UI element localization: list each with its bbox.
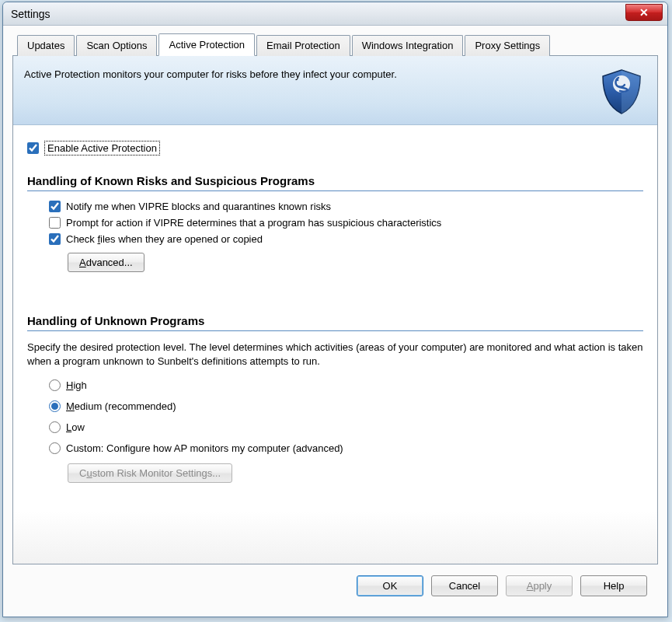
- radio-low[interactable]: [49, 421, 61, 433]
- prompt-row: Prompt for action if VIPRE determines th…: [49, 217, 643, 229]
- check-files-label: Check files when they are opened or copi…: [66, 233, 263, 245]
- radio-low-label: Low: [66, 421, 85, 433]
- cancel-button[interactable]: Cancel: [431, 575, 498, 596]
- notify-checkbox[interactable]: [49, 201, 61, 212]
- window-title: Settings: [11, 8, 625, 20]
- panel-body: Enable Active Protection Handling of Kno…: [13, 125, 657, 564]
- tab-scan-options[interactable]: Scan Options: [76, 35, 157, 56]
- tabstrip: Updates Scan Options Active Protection E…: [12, 35, 658, 56]
- shield-snake-icon: [597, 67, 646, 117]
- close-button[interactable]: ✕: [625, 4, 663, 21]
- close-icon: ✕: [639, 6, 649, 19]
- settings-window: Settings ✕ Updates Scan Options Active P…: [2, 2, 668, 617]
- tab-windows-integration[interactable]: Windows Integration: [352, 35, 464, 56]
- check-files-checkbox[interactable]: [49, 233, 61, 245]
- apply-button: Apply: [506, 575, 573, 596]
- help-button[interactable]: Help: [580, 575, 647, 596]
- section-divider-2: [27, 330, 643, 331]
- dialog-footer: OK Cancel Apply Help: [12, 564, 658, 607]
- tab-updates[interactable]: Updates: [17, 35, 75, 56]
- banner: Active Protection monitors your computer…: [13, 56, 657, 125]
- radio-high[interactable]: [49, 379, 61, 391]
- ok-button[interactable]: OK: [357, 575, 423, 596]
- radio-custom-label: Custom: Configure how AP monitors my com…: [66, 442, 343, 454]
- content-area: Updates Scan Options Active Protection E…: [3, 26, 667, 617]
- custom-risk-monitor-button: Custom Risk Monitor Settings...: [68, 463, 232, 483]
- radio-medium-row: Medium (recommended): [49, 400, 643, 412]
- protection-level-group: High Medium (recommended) Low Custom: Co…: [27, 379, 643, 483]
- section-unknown-programs-title: Handling of Unknown Programs: [27, 314, 643, 327]
- check-files-row: Check files when they are opened or copi…: [49, 233, 643, 245]
- tab-proxy-settings[interactable]: Proxy Settings: [465, 35, 550, 56]
- radio-high-row: High: [49, 379, 643, 391]
- tab-email-protection[interactable]: Email Protection: [256, 35, 350, 56]
- prompt-checkbox[interactable]: [49, 217, 61, 229]
- advanced-button[interactable]: Advanced...: [68, 253, 144, 272]
- titlebar: Settings ✕: [3, 2, 667, 26]
- radio-medium[interactable]: [49, 400, 61, 412]
- radio-low-row: Low: [49, 421, 643, 433]
- tab-active-protection[interactable]: Active Protection: [158, 33, 255, 56]
- section-known-risks-title: Handling of Known Risks and Suspicious P…: [27, 174, 643, 187]
- svg-point-1: [617, 79, 619, 82]
- known-risks-group: Notify me when VIPRE blocks and quaranti…: [27, 201, 643, 272]
- notify-label: Notify me when VIPRE blocks and quaranti…: [66, 201, 331, 212]
- banner-text: Active Protection monitors your computer…: [24, 67, 597, 80]
- radio-custom[interactable]: [49, 442, 61, 454]
- prompt-label: Prompt for action if VIPRE determines th…: [66, 217, 441, 229]
- unknown-programs-description: Specify the desired protection level. Th…: [27, 341, 643, 369]
- enable-active-protection-row: Enable Active Protection: [27, 141, 643, 156]
- notify-row: Notify me when VIPRE blocks and quaranti…: [49, 201, 643, 212]
- radio-high-label: High: [66, 379, 87, 391]
- section-divider: [27, 190, 643, 191]
- enable-active-protection-checkbox[interactable]: [27, 142, 39, 154]
- tab-panel: Active Protection monitors your computer…: [12, 55, 658, 564]
- enable-active-protection-label: Enable Active Protection: [44, 141, 160, 156]
- radio-custom-row: Custom: Configure how AP monitors my com…: [49, 442, 643, 454]
- radio-medium-label: Medium (recommended): [66, 400, 176, 412]
